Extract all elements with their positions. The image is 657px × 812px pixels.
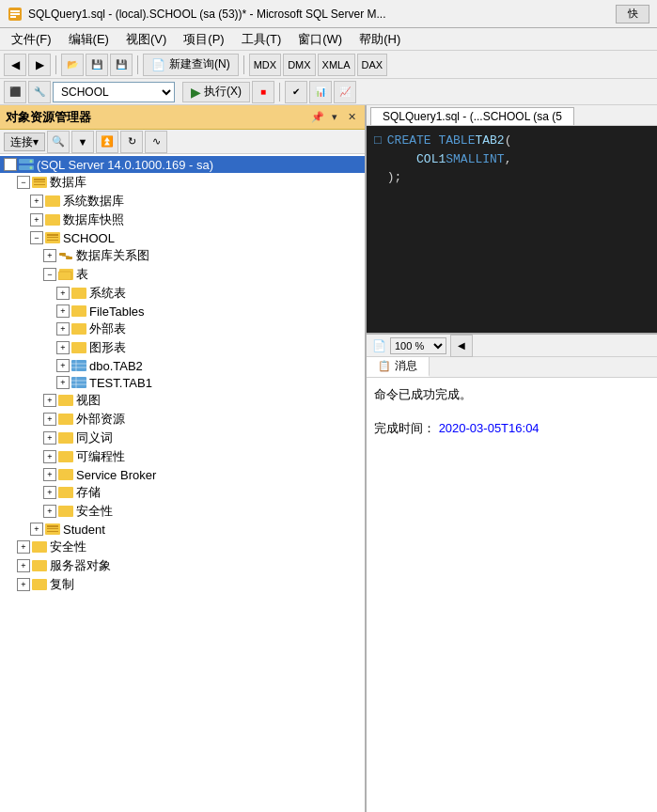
expand-tables[interactable]: −: [43, 268, 56, 281]
open-btn[interactable]: 📂: [61, 54, 84, 76]
xmla-btn[interactable]: XMLA: [318, 54, 355, 76]
menu-project[interactable]: 项目(P): [176, 29, 231, 50]
tree-item-snapshot[interactable]: + 数据库快照: [0, 211, 365, 229]
tree-item-synonyms[interactable]: + 同义词: [0, 429, 365, 447]
oe-tree[interactable]: − (SQL Server 14.0.1000.169 - sa) − 数据库 …: [0, 154, 365, 812]
expand-databases[interactable]: −: [17, 176, 30, 189]
expand-school[interactable]: −: [30, 231, 43, 244]
include-actual-plan-btn[interactable]: 📊: [309, 81, 332, 103]
results-tab-messages[interactable]: 📋 消息: [367, 357, 430, 377]
extsource-icon: [58, 412, 73, 427]
menu-edit[interactable]: 编辑(E): [61, 29, 117, 50]
svg-rect-10: [34, 181, 45, 182]
tree-item-dbdiagram[interactable]: + 数据库关系图: [0, 246, 365, 265]
connect-btn[interactable]: 连接▾: [4, 133, 45, 151]
tree-item-programmability[interactable]: + 可编程性: [0, 447, 365, 466]
oe-funnel-icon[interactable]: ⏫: [96, 131, 118, 153]
dmx-btn[interactable]: DMX: [283, 54, 315, 76]
expand-security-school[interactable]: +: [43, 505, 56, 518]
menu-help[interactable]: 帮助(H): [352, 29, 408, 50]
oe-filter-icon[interactable]: 🔍: [47, 131, 70, 153]
oe-close-icon[interactable]: ✕: [344, 110, 359, 125]
expand-externaltables[interactable]: +: [56, 322, 70, 336]
tree-item-externaltables[interactable]: + 外部表: [0, 320, 365, 338]
results-area: 📄 100 % ◀ 📋 消息 命令已成功完成。 完成: [367, 333, 657, 812]
expand-filetables[interactable]: +: [56, 304, 70, 318]
expand-extsource[interactable]: +: [43, 413, 56, 426]
tree-item-school[interactable]: − SCHOOL: [0, 229, 365, 246]
window-controls[interactable]: 快: [616, 5, 649, 23]
tree-item-tables[interactable]: − 表: [0, 265, 365, 284]
expand-servicebroker[interactable]: +: [43, 468, 56, 481]
tree-item-replication[interactable]: + 复制: [0, 575, 365, 594]
execute-btn[interactable]: ▶ 执行(X): [182, 82, 250, 102]
expand-graphtables[interactable]: +: [56, 341, 70, 354]
query-tab[interactable]: SQLQuery1.sql - (...SCHOOL (sa (5: [370, 107, 574, 125]
menu-window[interactable]: 窗口(W): [290, 29, 350, 50]
tree-item-systemtables[interactable]: + 系统表: [0, 284, 365, 303]
toolbar2-btn2[interactable]: 🔧: [28, 81, 51, 103]
expand-test-tab1[interactable]: +: [56, 376, 70, 389]
query-tab-bar: SQLQuery1.sql - (...SCHOOL (sa (5: [367, 105, 657, 126]
save-btn[interactable]: 💾: [86, 54, 108, 76]
oe-filter2-icon[interactable]: ▼: [71, 131, 94, 153]
oe-pin-icon[interactable]: 📌: [310, 110, 325, 125]
expand-programmability[interactable]: +: [43, 450, 56, 463]
oe-refresh-icon[interactable]: ↻: [120, 131, 143, 153]
expand-storage[interactable]: +: [43, 486, 56, 499]
oe-arrow-icon[interactable]: ▾: [327, 110, 342, 125]
zoom-select[interactable]: 100 %: [390, 337, 446, 354]
dax-btn[interactable]: DAX: [357, 54, 388, 76]
tree-item-graphtables[interactable]: + 图形表: [0, 338, 365, 357]
expand-dbo-tab2[interactable]: +: [56, 359, 70, 372]
tree-item-security-server[interactable]: + 安全性: [0, 538, 365, 556]
expand-server[interactable]: −: [4, 158, 17, 171]
forward-btn[interactable]: ▶: [28, 54, 51, 76]
expand-views[interactable]: +: [43, 394, 56, 407]
svg-rect-13: [45, 214, 60, 226]
parse-btn[interactable]: ✔: [285, 81, 307, 103]
include-client-stats-btn[interactable]: 📈: [334, 81, 356, 103]
save-all-btn[interactable]: 💾: [110, 54, 133, 76]
expand-replication[interactable]: +: [17, 578, 30, 591]
oe-stats-icon[interactable]: ∿: [145, 131, 167, 153]
tree-item-views[interactable]: + 视图: [0, 391, 365, 410]
menu-tools[interactable]: 工具(T): [234, 29, 289, 50]
expand-serverobj[interactable]: +: [17, 559, 30, 572]
tree-item-extsource[interactable]: + 外部资源: [0, 410, 365, 429]
tree-item-systemdb[interactable]: + 系统数据库: [0, 192, 365, 211]
query-editor[interactable]: □ CREATE TABLE TAB2( □ COL1 SMALLINT, □ …: [367, 126, 657, 333]
tree-item-dbo-tab2[interactable]: + dbo.TAB2: [0, 357, 365, 374]
tree-item-serverobj[interactable]: + 服务器对象: [0, 556, 365, 575]
tree-item-test-tab1[interactable]: + TEST.TAB1: [0, 374, 365, 391]
back-btn[interactable]: ◀: [4, 54, 26, 76]
expand-systemdb[interactable]: +: [30, 195, 43, 208]
svg-rect-9: [34, 179, 45, 180]
tree-item-filetables[interactable]: + FileTables: [0, 303, 365, 320]
expand-systemtables[interactable]: +: [56, 287, 70, 300]
quick-access-btn[interactable]: 快: [616, 5, 649, 23]
graphtables-icon: [71, 340, 86, 355]
expand-snapshot[interactable]: +: [30, 213, 43, 226]
expand-student[interactable]: +: [30, 523, 43, 536]
svg-rect-16: [47, 237, 58, 238]
expand-synonyms[interactable]: +: [43, 431, 56, 445]
stop-btn[interactable]: ■: [252, 81, 274, 103]
tree-item-databases[interactable]: − 数据库: [0, 173, 365, 192]
tree-item-server[interactable]: − (SQL Server 14.0.1000.169 - sa): [0, 156, 365, 173]
database-selector[interactable]: SCHOOL: [53, 82, 175, 102]
tree-item-servicebroker[interactable]: + Service Broker: [0, 466, 365, 483]
title-bar: SQLQuery1.sql - (local).SCHOOL (sa (53))…: [0, 0, 657, 28]
menu-file[interactable]: 文件(F): [4, 29, 59, 50]
menu-view[interactable]: 视图(V): [118, 29, 174, 50]
expand-dbdiagram[interactable]: +: [43, 249, 56, 262]
toolbar2-btn1[interactable]: ⬛: [4, 81, 26, 103]
tree-item-security-school[interactable]: + 安全性: [0, 502, 365, 521]
results-tab-icon: 📋: [378, 360, 391, 372]
tree-item-storage[interactable]: + 存储: [0, 483, 365, 502]
new-query-btn[interactable]: 📄 新建查询(N): [143, 54, 239, 76]
tree-item-student[interactable]: + Student: [0, 521, 365, 538]
mdx-btn[interactable]: MDX: [249, 54, 281, 76]
scroll-left-btn[interactable]: ◀: [450, 335, 473, 357]
expand-security-server[interactable]: +: [17, 540, 30, 554]
